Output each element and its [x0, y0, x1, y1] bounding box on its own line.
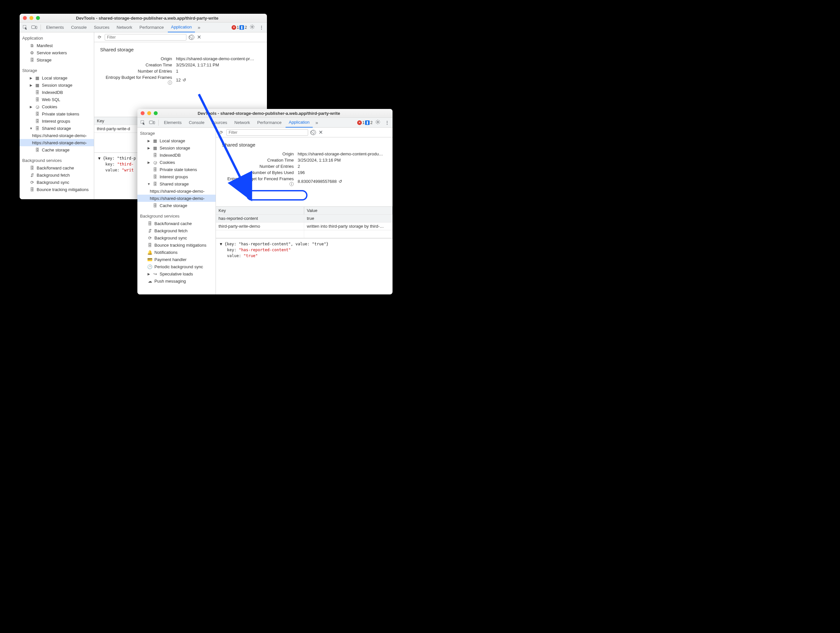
tab-network[interactable]: Network [114, 22, 136, 32]
tab-performance[interactable]: Performance [254, 118, 284, 128]
database-icon: 🗄 [30, 166, 35, 170]
table-row[interactable]: written into third-party storage by thir… [304, 223, 393, 230]
close-icon[interactable] [23, 16, 27, 20]
expand-icon[interactable]: ▶ [30, 105, 33, 109]
block-icon[interactable]: ⃠ [189, 35, 194, 40]
collapse-icon[interactable]: ▼ [147, 182, 150, 186]
more-tabs-icon[interactable]: » [196, 25, 202, 30]
main-panel: ⟳ ⃠ ✕ Shared storage Originhttps://share… [216, 128, 393, 294]
sidebar-item-bg-fetch[interactable]: ⇵Background fetch [20, 171, 94, 178]
info-badge[interactable]: ❚2 [365, 120, 373, 125]
table-row[interactable]: third-party-write-demo [216, 223, 304, 230]
sidebar-item-indexeddb[interactable]: 🗄IndexedDB [137, 152, 216, 159]
refresh-icon[interactable]: ⟳ [218, 130, 224, 135]
sidebar-item-session-storage[interactable]: ▶▦Session storage [20, 82, 94, 88]
block-icon[interactable]: ⃠ [311, 130, 316, 135]
sidebar-item-push[interactable]: ☁Push messaging [137, 278, 216, 285]
sidebar-item-local-storage[interactable]: ▶▦Local storage [20, 74, 94, 82]
settings-icon[interactable] [373, 119, 382, 126]
kebab-menu-icon[interactable]: ⋮ [257, 25, 265, 30]
revert-icon[interactable]: ↺ [339, 179, 342, 184]
inspect-icon[interactable] [21, 23, 30, 32]
sidebar-item-bg-fetch[interactable]: ⇵Background fetch [137, 227, 216, 234]
expand-icon[interactable]: ▶ [147, 272, 150, 276]
sidebar-item-local-storage[interactable]: ▶▦Local storage [137, 137, 216, 144]
sidebar-item-shared-origin-1[interactable]: https://shared-storage-demo- [20, 132, 94, 139]
tab-console[interactable]: Console [68, 22, 90, 32]
sidebar-item-shared-origin-2[interactable]: https://shared-storage-demo- [137, 195, 216, 202]
table-row[interactable]: has-reported-content [216, 215, 304, 222]
minimize-icon[interactable] [147, 111, 151, 115]
filter-input[interactable] [105, 34, 186, 41]
detail-pane: ▼ {key: "has-reported-content", value: "… [216, 238, 393, 262]
sidebar-item-service-workers[interactable]: ⚙Service workers [20, 49, 94, 56]
sidebar-item-payment[interactable]: 💳Payment handler [137, 256, 216, 263]
sidebar-item-bounce[interactable]: 🗄Bounce tracking mitigations [137, 242, 216, 249]
table-row[interactable]: true [304, 215, 393, 222]
close-icon[interactable]: ✕ [319, 129, 323, 136]
error-badge[interactable]: ✕1 [357, 120, 365, 125]
sidebar-item-storage[interactable]: 🗄Storage [20, 56, 94, 63]
sidebar-item-bg-sync[interactable]: ⟳Background sync [20, 178, 94, 186]
expand-icon[interactable]: ▶ [30, 76, 33, 80]
revert-icon[interactable]: ↺ [183, 77, 186, 82]
tab-elements[interactable]: Elements [161, 118, 185, 128]
col-value[interactable]: Value [304, 207, 393, 214]
sidebar-item-bg-sync[interactable]: ⟳Background sync [137, 234, 216, 242]
inspect-icon[interactable] [139, 118, 147, 127]
close-icon[interactable]: ✕ [197, 34, 201, 40]
sidebar-item-private-state-tokens[interactable]: 🗄Private state tokens [20, 110, 94, 117]
zoom-icon[interactable] [154, 111, 158, 115]
sidebar-item-shared-storage[interactable]: ▼🗄Shared storage [137, 180, 216, 188]
sidebar-item-manifest[interactable]: 🗎Manifest [20, 42, 94, 49]
device-icon[interactable] [148, 118, 156, 127]
tab-elements[interactable]: Elements [43, 22, 67, 32]
info-icon[interactable]: i [289, 182, 294, 186]
expand-icon[interactable]: ▶ [147, 161, 150, 164]
sidebar-item-bounce[interactable]: 🗄Bounce tracking mitigations [20, 186, 94, 193]
tab-application[interactable]: Application [168, 22, 195, 32]
sidebar-item-shared-origin-2[interactable]: https://shared-storage-demo- [20, 139, 94, 146]
expand-icon[interactable]: ▶ [30, 84, 33, 87]
info-icon[interactable]: i [168, 81, 172, 85]
sidebar-item-interest-groups[interactable]: 🗄Interest groups [20, 117, 94, 125]
refresh-icon[interactable]: ⟳ [97, 35, 102, 39]
more-tabs-icon[interactable]: » [313, 120, 320, 125]
tab-sources[interactable]: Sources [208, 118, 231, 128]
tab-network[interactable]: Network [231, 118, 254, 128]
collapse-icon[interactable]: ▼ [30, 126, 33, 130]
sidebar-item-notifications[interactable]: 🔔Notifications [137, 249, 216, 256]
expand-icon[interactable]: ▶ [147, 139, 150, 143]
close-icon[interactable] [141, 111, 145, 115]
kebab-menu-icon[interactable]: ⋮ [383, 120, 391, 125]
sidebar-item-interest-groups[interactable]: 🗄Interest groups [137, 173, 216, 180]
sidebar-item-shared-storage[interactable]: ▼🗄Shared storage [20, 125, 94, 132]
sidebar-item-cookies[interactable]: ▶◶Cookies [137, 159, 216, 166]
database-icon: 🗄 [152, 174, 158, 179]
tab-performance[interactable]: Performance [136, 22, 167, 32]
error-badge[interactable]: ✕1 [232, 25, 239, 30]
sidebar-item-bfcache[interactable]: 🗄Back/forward cache [20, 164, 94, 171]
sidebar-item-indexeddb[interactable]: 🗄IndexedDB [20, 88, 94, 96]
zoom-icon[interactable] [36, 16, 40, 20]
sidebar-item-periodic-sync[interactable]: 🕑Periodic background sync [137, 263, 216, 270]
tab-application[interactable]: Application [286, 118, 313, 128]
sidebar-item-cache-storage[interactable]: 🗄Cache storage [20, 146, 94, 153]
sidebar-item-websql[interactable]: 🗄Web SQL [20, 96, 94, 103]
device-icon[interactable] [30, 23, 39, 32]
sidebar-item-shared-origin-1[interactable]: https://shared-storage-demo- [137, 188, 216, 195]
sidebar-item-cookies[interactable]: ▶◶Cookies [20, 103, 94, 110]
tab-console[interactable]: Console [185, 118, 208, 128]
info-badge[interactable]: ❚2 [240, 25, 247, 30]
expand-icon[interactable]: ▶ [147, 146, 150, 150]
sidebar-item-speculative[interactable]: ▶↪Speculative loads [137, 270, 216, 278]
sidebar-item-private-state-tokens[interactable]: 🗄Private state tokens [137, 166, 216, 173]
filter-input[interactable] [226, 129, 308, 136]
minimize-icon[interactable] [30, 16, 33, 20]
sidebar-item-cache-storage[interactable]: 🗄Cache storage [137, 202, 216, 209]
sidebar-item-bfcache[interactable]: 🗄Back/forward cache [137, 220, 216, 227]
tab-sources[interactable]: Sources [91, 22, 113, 32]
col-key[interactable]: Key [216, 207, 304, 214]
settings-icon[interactable] [248, 24, 257, 30]
sidebar-item-session-storage[interactable]: ▶▦Session storage [137, 144, 216, 152]
